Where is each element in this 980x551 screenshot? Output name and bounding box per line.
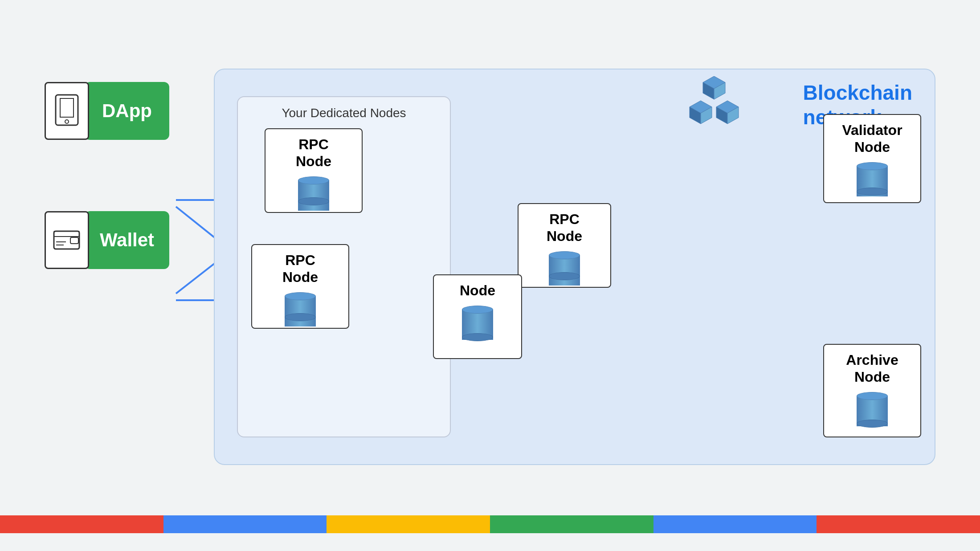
svg-rect-22 — [54, 231, 79, 237]
db-cylinder-validator — [857, 162, 888, 195]
left-clients: DApp Wallet — [45, 82, 169, 269]
rpc-mid-title: RPC Node — [547, 211, 582, 245]
wallet-icon-box — [45, 211, 89, 269]
db-cylinder-archive — [857, 392, 888, 428]
svg-rect-18 — [56, 95, 78, 125]
tablet-icon — [53, 94, 80, 127]
color-bar-blue — [163, 515, 327, 533]
rpc-node-bottom: RPC Node — [251, 244, 349, 329]
db-cylinder-node-center — [462, 306, 493, 341]
wallet-svg-icon — [53, 228, 82, 252]
validator-node: Validator Node — [823, 114, 921, 203]
validator-title: Validator Node — [842, 122, 902, 156]
rpc-node-mid: RPC Node — [518, 203, 611, 288]
svg-rect-21 — [54, 231, 79, 249]
color-bar-red2 — [817, 515, 980, 533]
diagram: DApp Wallet — [45, 33, 935, 501]
db-cylinder-rpc-mid — [549, 251, 580, 280]
cubes-svg — [685, 76, 743, 134]
color-bar-red — [0, 515, 163, 533]
blockchain-label-line1: Blockchain — [803, 81, 912, 105]
dedicated-nodes-box: Your Dedicated Nodes RPC Node — [237, 96, 451, 437]
dapp-text: DApp — [102, 100, 152, 122]
dapp-label: DApp — [85, 82, 169, 140]
db-cylinder-rpc-bottom — [285, 292, 316, 321]
color-bar-blue2 — [653, 515, 817, 533]
node-center-title: Node — [460, 282, 495, 299]
db-cylinder-rpc-top — [298, 176, 329, 205]
wallet-label: Wallet — [85, 211, 169, 269]
svg-rect-23 — [70, 237, 78, 244]
color-bar-green — [490, 515, 653, 533]
rpc-bottom-title: RPC Node — [282, 252, 318, 286]
blockchain-cubes-icon — [685, 76, 743, 136]
blockchain-outer: Blockchain network — [214, 69, 935, 465]
main-container: DApp Wallet — [0, 0, 980, 533]
svg-point-20 — [65, 120, 69, 123]
dedicated-nodes-label: Your Dedicated Nodes — [247, 106, 441, 120]
google-color-bar — [0, 515, 980, 533]
archive-title: Archive Node — [846, 351, 898, 386]
dapp-icon-box — [45, 82, 89, 140]
color-bar-yellow — [327, 515, 490, 533]
rpc-top-title: RPC Node — [296, 136, 331, 170]
node-center: Node — [433, 274, 522, 359]
wallet-text: Wallet — [100, 229, 154, 251]
dapp-client: DApp — [45, 82, 169, 140]
rpc-node-top: RPC Node — [265, 128, 363, 213]
svg-rect-19 — [60, 98, 74, 117]
wallet-client: Wallet — [45, 211, 169, 269]
archive-node: Archive Node — [823, 344, 921, 437]
